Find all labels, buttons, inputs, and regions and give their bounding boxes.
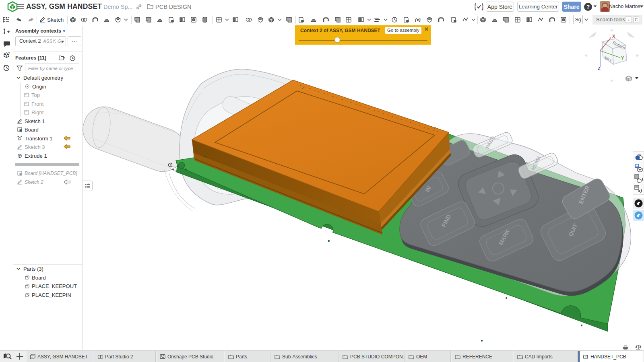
svg-text:?: ? xyxy=(8,52,10,55)
svg-text:x): x) xyxy=(638,188,642,193)
svg-text:Y: Y xyxy=(621,56,624,60)
svg-text:?: ? xyxy=(586,4,590,10)
svg-text:X: X xyxy=(612,34,615,39)
svg-text:Sketch: Sketch xyxy=(47,17,64,23)
svg-text:Z: Z xyxy=(598,66,601,71)
